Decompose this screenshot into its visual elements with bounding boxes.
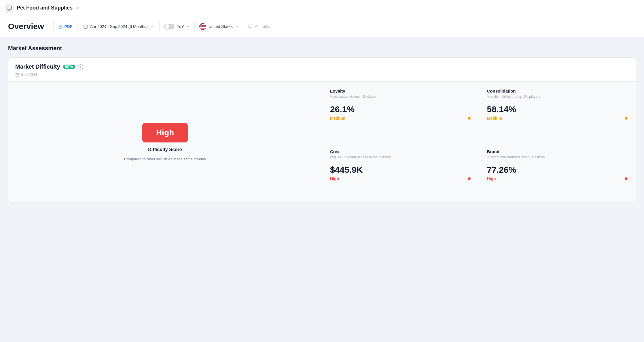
svg-point-26 — [200, 25, 200, 26]
pdf-button[interactable]: PDF — [54, 22, 77, 31]
section-title: Market Assessment — [8, 45, 636, 52]
svg-point-23 — [200, 25, 201, 25]
metrics-panel: Loyalty % exclusive visitors · Desktop 2… — [322, 82, 636, 202]
header-controls: PDF Apr 2024 - Sep 2024 (6 Months) YoY — [53, 21, 636, 32]
cost-subtitle: Avg. PPC Spend per site in the industry — [330, 155, 471, 159]
consolidation-label-row: Medium — [487, 116, 628, 121]
svg-rect-34 — [248, 25, 252, 27]
yoy-label: YoY — [177, 24, 184, 29]
yoy-toggle[interactable] — [164, 24, 175, 29]
top-bar: Pet Food and Supplies ✏ — [0, 0, 644, 16]
loyalty-value: 26.1% — [330, 104, 471, 114]
svg-rect-11 — [199, 27, 206, 27]
svg-point-27 — [200, 25, 201, 26]
card-date-label: Sep 2024 — [21, 72, 37, 77]
svg-point-14 — [200, 23, 200, 24]
header: Overview PDF Apr 2024 - Sep 2024 (6 Mont… — [0, 16, 644, 37]
traffic-button[interactable]: All traffic — [243, 22, 275, 31]
consolidation-title: Consolidation — [487, 89, 628, 93]
svg-point-29 — [202, 25, 202, 26]
svg-point-18 — [200, 24, 200, 24]
brand-label-row: High — [487, 176, 628, 181]
consolidation-metric: Consolidation % visits held by the top 1… — [479, 82, 636, 142]
svg-rect-12 — [199, 28, 206, 29]
consolidation-dot — [625, 117, 628, 120]
brand-dot — [625, 177, 628, 180]
svg-rect-0 — [7, 6, 12, 9]
date-range-button[interactable]: Apr 2024 - Sep 2024 (6 Months) — [77, 22, 159, 31]
brand-title: Brand — [487, 149, 628, 154]
pdf-label: PDF — [65, 24, 73, 29]
difficulty-score-label: Difficulty Score — [148, 147, 182, 152]
loyalty-metric: Loyalty % exclusive visitors · Desktop 2… — [322, 82, 479, 142]
svg-point-30 — [200, 26, 200, 26]
consolidation-subtitle: % visits held by the top 1% players — [487, 95, 628, 99]
main-content: Market Assessment Market Difficulty BETA… — [0, 37, 644, 342]
svg-point-20 — [201, 24, 201, 24]
cost-value: $445.9K — [330, 165, 471, 175]
card-title-row: Market Difficulty BETA i — [15, 63, 629, 70]
loyalty-status: Medium — [330, 116, 345, 121]
brand-metric: Brand % direct and branded traffic · Des… — [479, 142, 636, 203]
card-date: Sep 2024 — [15, 72, 629, 77]
svg-point-15 — [200, 23, 201, 24]
date-range-label: Apr 2024 - Sep 2024 (6 Months) — [90, 24, 148, 29]
cost-title: Cost — [330, 149, 471, 154]
difficulty-badge: High — [142, 123, 188, 142]
loyalty-dot — [468, 117, 471, 120]
beta-badge: BETA — [63, 65, 75, 69]
cost-status: High — [330, 176, 339, 181]
loyalty-label-row: Medium — [330, 116, 471, 121]
loyalty-title: Loyalty — [330, 89, 471, 93]
svg-point-25 — [202, 25, 202, 25]
loyalty-subtitle: % exclusive visitors · Desktop — [330, 95, 471, 99]
svg-point-21 — [202, 24, 202, 24]
svg-point-16 — [201, 23, 201, 24]
yoy-toggle-area: YoY — [160, 21, 194, 32]
svg-point-28 — [201, 25, 201, 26]
brand-status: High — [487, 176, 496, 181]
card-title: Market Difficulty — [15, 63, 60, 70]
svg-rect-37 — [16, 73, 19, 76]
country-button[interactable]: United States — [195, 21, 243, 32]
card-header: Market Difficulty BETA i Sep 2024 — [8, 58, 636, 81]
svg-point-17 — [202, 23, 202, 24]
info-icon[interactable]: i — [78, 64, 83, 69]
difficulty-score-sublabel: Compared to other industries in the same… — [124, 157, 206, 161]
card-body: High Difficulty Score Compared to other … — [8, 81, 636, 202]
consolidation-status: Medium — [487, 116, 502, 121]
svg-point-33 — [202, 26, 202, 26]
cost-dot — [468, 177, 471, 180]
consolidation-value: 58.14% — [487, 104, 628, 114]
country-label: United States — [209, 24, 233, 29]
difficulty-score-panel: High Difficulty Score Compared to other … — [8, 82, 322, 202]
us-flag-icon — [199, 23, 206, 30]
page-title: Overview — [8, 22, 44, 31]
svg-point-32 — [201, 26, 201, 26]
cost-metric: Cost Avg. PPC Spend per site in the indu… — [322, 142, 479, 203]
brand-value: 77.26% — [487, 165, 628, 175]
edit-icon[interactable]: ✏ — [77, 6, 80, 10]
traffic-label: All traffic — [255, 24, 270, 29]
market-difficulty-card: Market Difficulty BETA i Sep 2024 High D… — [8, 57, 636, 203]
svg-point-19 — [200, 24, 201, 24]
app-icon — [5, 3, 14, 13]
svg-rect-4 — [84, 25, 87, 28]
cost-label-row: High — [330, 176, 471, 181]
project-title: Pet Food and Supplies — [17, 5, 73, 11]
brand-subtitle: % direct and branded traffic · Desktop — [487, 155, 628, 159]
svg-point-31 — [200, 26, 201, 26]
svg-point-22 — [200, 25, 200, 25]
svg-point-24 — [201, 25, 201, 25]
